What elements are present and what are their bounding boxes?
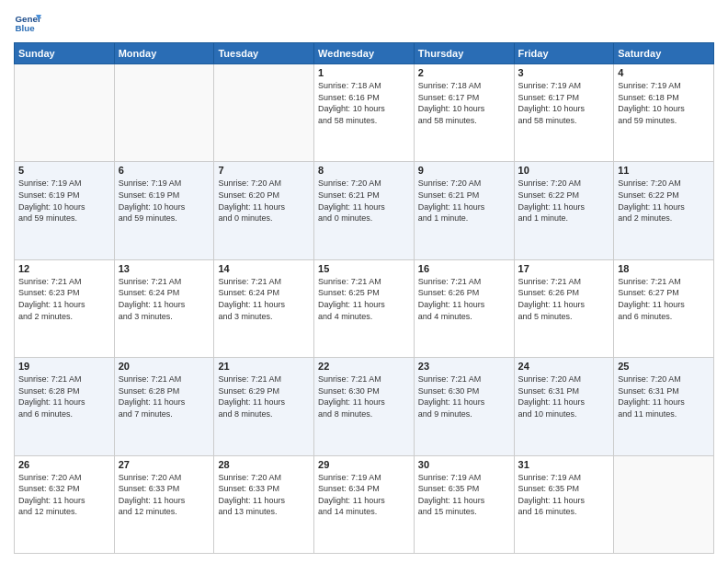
table-row bbox=[614, 455, 714, 553]
day-number: 5 bbox=[18, 165, 110, 176]
table-row: 18Sunrise: 7:21 AMSunset: 6:27 PMDayligh… bbox=[614, 259, 714, 357]
table-row: 31Sunrise: 7:19 AMSunset: 6:35 PMDayligh… bbox=[514, 455, 614, 553]
day-info: Sunrise: 7:21 AMSunset: 6:30 PMDaylight:… bbox=[418, 373, 510, 419]
calendar-table: Sunday Monday Tuesday Wednesday Thursday… bbox=[14, 42, 714, 554]
day-info: Sunrise: 7:20 AMSunset: 6:21 PMDaylight:… bbox=[318, 178, 410, 224]
day-number: 27 bbox=[119, 459, 210, 470]
day-info: Sunrise: 7:19 AMSunset: 6:35 PMDaylight:… bbox=[418, 472, 510, 518]
table-row: 1Sunrise: 7:18 AMSunset: 6:16 PMDaylight… bbox=[314, 64, 415, 162]
table-row: 4Sunrise: 7:19 AMSunset: 6:18 PMDaylight… bbox=[614, 64, 714, 162]
table-row: 27Sunrise: 7:20 AMSunset: 6:33 PMDayligh… bbox=[114, 455, 214, 553]
day-number: 26 bbox=[18, 459, 110, 470]
day-info: Sunrise: 7:20 AMSunset: 6:33 PMDaylight:… bbox=[218, 472, 310, 518]
day-info: Sunrise: 7:20 AMSunset: 6:31 PMDaylight:… bbox=[618, 373, 710, 419]
day-info: Sunrise: 7:20 AMSunset: 6:22 PMDaylight:… bbox=[518, 178, 610, 224]
header: General Blue bbox=[14, 9, 714, 37]
col-monday: Monday bbox=[114, 43, 214, 64]
day-info: Sunrise: 7:21 AMSunset: 6:29 PMDaylight:… bbox=[218, 373, 310, 419]
day-info: Sunrise: 7:21 AMSunset: 6:24 PMDaylight:… bbox=[218, 276, 310, 322]
logo-icon: General Blue bbox=[14, 9, 41, 37]
day-number: 9 bbox=[418, 165, 510, 176]
table-row: 23Sunrise: 7:21 AMSunset: 6:30 PMDayligh… bbox=[414, 358, 514, 455]
day-info: Sunrise: 7:18 AMSunset: 6:17 PMDaylight:… bbox=[418, 80, 510, 126]
table-row: 25Sunrise: 7:20 AMSunset: 6:31 PMDayligh… bbox=[614, 358, 714, 455]
day-number: 20 bbox=[119, 361, 210, 372]
day-info: Sunrise: 7:21 AMSunset: 6:26 PMDaylight:… bbox=[518, 276, 610, 322]
day-number: 1 bbox=[318, 67, 410, 78]
col-sunday: Sunday bbox=[15, 43, 115, 64]
day-info: Sunrise: 7:19 AMSunset: 6:19 PMDaylight:… bbox=[18, 178, 110, 224]
table-row: 14Sunrise: 7:21 AMSunset: 6:24 PMDayligh… bbox=[214, 259, 314, 357]
calendar-week-row: 19Sunrise: 7:21 AMSunset: 6:28 PMDayligh… bbox=[15, 358, 714, 455]
day-number: 31 bbox=[518, 459, 610, 470]
day-info: Sunrise: 7:21 AMSunset: 6:26 PMDaylight:… bbox=[418, 276, 510, 322]
day-info: Sunrise: 7:20 AMSunset: 6:20 PMDaylight:… bbox=[218, 178, 310, 224]
day-number: 23 bbox=[418, 361, 510, 372]
table-row bbox=[214, 64, 314, 162]
table-row bbox=[114, 64, 214, 162]
day-number: 12 bbox=[18, 263, 110, 274]
day-info: Sunrise: 7:21 AMSunset: 6:28 PMDaylight:… bbox=[119, 373, 210, 419]
day-info: Sunrise: 7:19 AMSunset: 6:18 PMDaylight:… bbox=[618, 80, 710, 126]
col-wednesday: Wednesday bbox=[314, 43, 415, 64]
day-info: Sunrise: 7:21 AMSunset: 6:24 PMDaylight:… bbox=[119, 276, 210, 322]
day-info: Sunrise: 7:19 AMSunset: 6:34 PMDaylight:… bbox=[318, 472, 410, 518]
day-number: 19 bbox=[18, 361, 110, 372]
day-info: Sunrise: 7:20 AMSunset: 6:33 PMDaylight:… bbox=[119, 472, 210, 518]
day-info: Sunrise: 7:19 AMSunset: 6:19 PMDaylight:… bbox=[119, 178, 210, 224]
calendar-week-row: 5Sunrise: 7:19 AMSunset: 6:19 PMDaylight… bbox=[15, 162, 714, 259]
day-number: 8 bbox=[318, 165, 410, 176]
table-row: 30Sunrise: 7:19 AMSunset: 6:35 PMDayligh… bbox=[414, 455, 514, 553]
logo: General Blue bbox=[14, 9, 41, 37]
day-number: 15 bbox=[318, 263, 410, 274]
day-info: Sunrise: 7:21 AMSunset: 6:30 PMDaylight:… bbox=[318, 373, 410, 419]
table-row: 7Sunrise: 7:20 AMSunset: 6:20 PMDaylight… bbox=[214, 162, 314, 259]
day-number: 17 bbox=[518, 263, 610, 274]
table-row: 10Sunrise: 7:20 AMSunset: 6:22 PMDayligh… bbox=[514, 162, 614, 259]
table-row: 16Sunrise: 7:21 AMSunset: 6:26 PMDayligh… bbox=[414, 259, 514, 357]
day-number: 30 bbox=[418, 459, 510, 470]
calendar-week-row: 1Sunrise: 7:18 AMSunset: 6:16 PMDaylight… bbox=[15, 64, 714, 162]
day-number: 22 bbox=[318, 361, 410, 372]
day-number: 2 bbox=[418, 67, 510, 78]
col-thursday: Thursday bbox=[414, 43, 514, 64]
calendar-header-row: Sunday Monday Tuesday Wednesday Thursday… bbox=[15, 43, 714, 64]
day-number: 16 bbox=[418, 263, 510, 274]
table-row: 6Sunrise: 7:19 AMSunset: 6:19 PMDaylight… bbox=[114, 162, 214, 259]
day-number: 10 bbox=[518, 165, 610, 176]
day-number: 14 bbox=[218, 263, 310, 274]
day-number: 11 bbox=[618, 165, 710, 176]
day-number: 29 bbox=[318, 459, 410, 470]
day-info: Sunrise: 7:21 AMSunset: 6:25 PMDaylight:… bbox=[318, 276, 410, 322]
day-info: Sunrise: 7:20 AMSunset: 6:32 PMDaylight:… bbox=[18, 472, 110, 518]
page: General Blue Sunday Monday Tuesday Wedne… bbox=[0, 0, 728, 563]
day-number: 24 bbox=[518, 361, 610, 372]
table-row: 20Sunrise: 7:21 AMSunset: 6:28 PMDayligh… bbox=[114, 358, 214, 455]
day-info: Sunrise: 7:19 AMSunset: 6:17 PMDaylight:… bbox=[518, 80, 610, 126]
table-row: 21Sunrise: 7:21 AMSunset: 6:29 PMDayligh… bbox=[214, 358, 314, 455]
table-row: 2Sunrise: 7:18 AMSunset: 6:17 PMDaylight… bbox=[414, 64, 514, 162]
day-info: Sunrise: 7:19 AMSunset: 6:35 PMDaylight:… bbox=[518, 472, 610, 518]
table-row: 26Sunrise: 7:20 AMSunset: 6:32 PMDayligh… bbox=[15, 455, 115, 553]
table-row: 29Sunrise: 7:19 AMSunset: 6:34 PMDayligh… bbox=[314, 455, 415, 553]
table-row: 8Sunrise: 7:20 AMSunset: 6:21 PMDaylight… bbox=[314, 162, 415, 259]
day-number: 13 bbox=[119, 263, 210, 274]
col-friday: Friday bbox=[514, 43, 614, 64]
day-number: 21 bbox=[218, 361, 310, 372]
svg-text:Blue: Blue bbox=[16, 23, 36, 33]
day-number: 7 bbox=[218, 165, 310, 176]
table-row: 5Sunrise: 7:19 AMSunset: 6:19 PMDaylight… bbox=[15, 162, 115, 259]
table-row: 9Sunrise: 7:20 AMSunset: 6:21 PMDaylight… bbox=[414, 162, 514, 259]
day-info: Sunrise: 7:20 AMSunset: 6:22 PMDaylight:… bbox=[618, 178, 710, 224]
col-saturday: Saturday bbox=[614, 43, 714, 64]
table-row: 24Sunrise: 7:20 AMSunset: 6:31 PMDayligh… bbox=[514, 358, 614, 455]
day-info: Sunrise: 7:20 AMSunset: 6:21 PMDaylight:… bbox=[418, 178, 510, 224]
table-row: 15Sunrise: 7:21 AMSunset: 6:25 PMDayligh… bbox=[314, 259, 415, 357]
day-info: Sunrise: 7:20 AMSunset: 6:31 PMDaylight:… bbox=[518, 373, 610, 419]
day-number: 6 bbox=[119, 165, 210, 176]
table-row: 11Sunrise: 7:20 AMSunset: 6:22 PMDayligh… bbox=[614, 162, 714, 259]
day-info: Sunrise: 7:18 AMSunset: 6:16 PMDaylight:… bbox=[318, 80, 410, 126]
col-tuesday: Tuesday bbox=[214, 43, 314, 64]
day-info: Sunrise: 7:21 AMSunset: 6:28 PMDaylight:… bbox=[18, 373, 110, 419]
table-row: 3Sunrise: 7:19 AMSunset: 6:17 PMDaylight… bbox=[514, 64, 614, 162]
